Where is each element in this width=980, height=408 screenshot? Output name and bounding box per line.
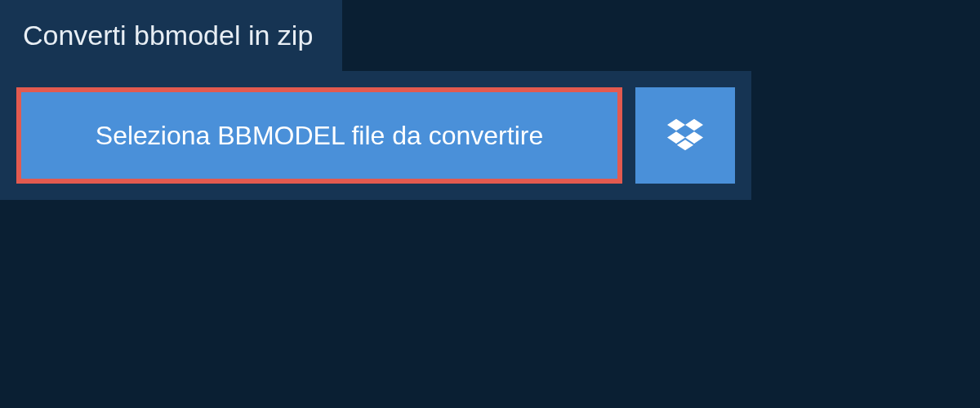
tab-label: Converti bbmodel in zip: [23, 20, 313, 51]
tab-convert-bbmodel-zip[interactable]: Converti bbmodel in zip: [0, 0, 342, 71]
select-file-button[interactable]: Seleziona BBMODEL file da convertire: [16, 87, 622, 184]
upload-panel: Seleziona BBMODEL file da convertire: [0, 71, 751, 200]
tab-bar: Converti bbmodel in zip: [0, 0, 980, 71]
dropbox-button[interactable]: [635, 87, 735, 184]
dropbox-icon: [667, 116, 703, 155]
select-file-label: Seleziona BBMODEL file da convertire: [96, 121, 543, 151]
